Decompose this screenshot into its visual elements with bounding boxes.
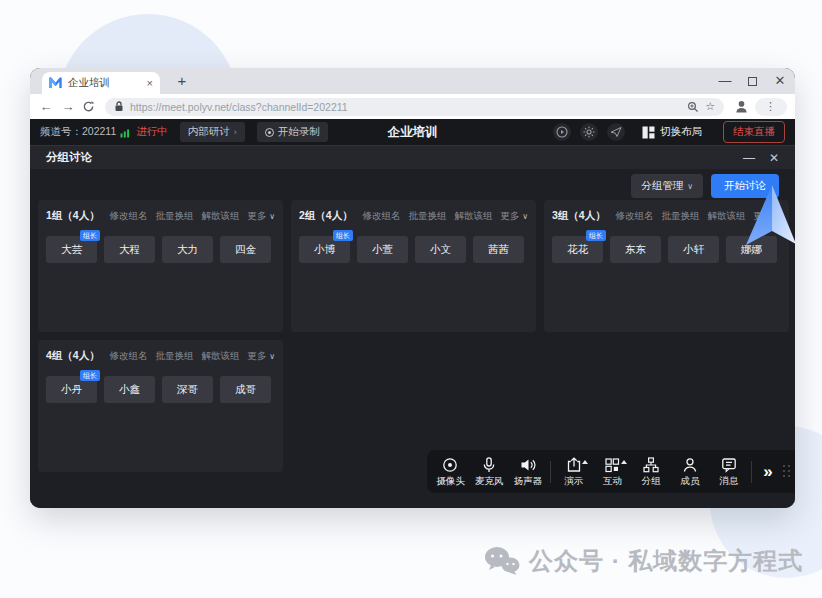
present-button[interactable]: 演示 [554,456,593,488]
batch-move-link[interactable]: 批量换组 [662,210,700,223]
lock-icon [114,101,124,112]
back-icon[interactable]: ← [38,99,54,114]
group-name: 4组（4人） [46,349,100,363]
member-chip[interactable]: 深哥 [162,376,213,403]
bookmark-star-icon[interactable]: ☆ [705,100,715,113]
share-button[interactable] [607,123,625,141]
member-chip[interactable]: 四金 [220,236,271,263]
member-chip[interactable]: 小文 [415,236,466,263]
microphone-icon [480,456,498,474]
speaker-button[interactable]: 扬声器 [509,456,548,488]
dissolve-group-link[interactable]: 解散该组 [202,350,240,363]
chevron-down-icon: ∨ [269,212,275,221]
collapse-toolbar-button[interactable]: » [755,463,781,480]
browser-toolbar: ← → https://meet.polyv.net/class?channel… [30,94,795,119]
batch-move-link[interactable]: 批量换组 [156,350,194,363]
tab-title: 企业培训 [68,76,141,90]
playback-button[interactable] [553,123,571,141]
chevron-down-icon: ∨ [269,352,275,361]
browser-window: 企业培训 × + — ✕ ← → https:// [30,68,795,508]
paper-plane-icon [610,126,622,138]
play-circle-icon [556,126,568,138]
rename-group-link[interactable]: 修改组名 [110,210,148,223]
leader-badge: 组长 [80,230,100,241]
members-icon [681,456,699,474]
profile-avatar-icon[interactable] [734,99,749,114]
dissolve-group-link[interactable]: 解散该组 [202,210,240,223]
group-discussion-panel: 分组管理 ∨ 开始讨论 1组（4人） 修改组名 批量换组 解散该组 更多 ∨ [30,169,795,508]
record-icon [265,128,274,137]
dropdown-up-icon [582,460,588,464]
watermark-text: 公众号 · 私域数字方程式 [529,545,803,577]
member-chip[interactable]: 成哥 [220,376,271,403]
leader-badge: 组长 [586,230,606,241]
switch-layout-label: 切换布局 [660,125,702,139]
forward-icon[interactable]: → [60,99,76,114]
drag-handle-icon[interactable] [783,465,791,478]
member-chip[interactable]: 小鑫 [104,376,155,403]
group-name: 1组（4人） [46,209,100,223]
group-manage-button[interactable]: 分组管理 ∨ [631,174,703,198]
rename-group-link[interactable]: 修改组名 [616,210,654,223]
dissolve-group-link[interactable]: 解散该组 [455,210,493,223]
members-button[interactable]: 成员 [671,456,710,488]
window-maximize-icon[interactable] [748,77,757,86]
browser-menu-button[interactable]: ⋮ [755,98,787,116]
layout-grid-icon [642,126,655,139]
more-link[interactable]: 更多 ∨ [248,210,276,223]
more-link[interactable]: 更多 ∨ [501,210,529,223]
panel-close-icon[interactable]: ✕ [769,151,779,165]
window-minimize-icon[interactable]: — [718,74,732,88]
window-controls: — ✕ [718,68,787,94]
toolbar-divider [751,461,752,483]
camera-button[interactable]: 摄像头 [431,456,470,488]
panel-title: 分组讨论 [46,150,92,165]
speaker-icon [519,456,537,474]
message-button[interactable]: 消息 [709,456,748,488]
browser-tab[interactable]: 企业培训 × [42,72,160,94]
member-chip[interactable]: 小轩 [668,236,719,263]
new-tab-button[interactable]: + [172,71,192,91]
live-status-label: 进行中 [136,125,168,139]
batch-move-link[interactable]: 批量换组 [156,210,194,223]
more-link[interactable]: 更多 ∨ [248,350,276,363]
message-icon [720,456,738,474]
member-chip[interactable]: 小博组长 [299,236,350,263]
grouping-icon [642,456,660,474]
dissolve-group-link[interactable]: 解散该组 [708,210,746,223]
address-bar[interactable]: https://meet.polyv.net/class?channelId=2… [105,98,724,116]
gear-icon [583,126,595,138]
member-chip[interactable]: 花花组长 [552,236,603,263]
member-chip[interactable]: 大程 [104,236,155,263]
member-chip[interactable]: 大芸组长 [46,236,97,263]
batch-move-link[interactable]: 批量换组 [409,210,447,223]
interact-button[interactable]: 互动 [593,456,632,488]
app-top-bar: 频道号：202211 进行中 内部研讨 › 开始录制 企业培训 [30,119,795,145]
member-chip[interactable]: 大力 [162,236,213,263]
tab-strip: 企业培训 × + — ✕ [30,68,795,94]
group-card-2: 2组（4人） 修改组名 批量换组 解散该组 更多 ∨ 小博组长 小萱 小文 茜茜 [291,200,536,332]
member-chip[interactable]: 小萱 [357,236,408,263]
grouping-button[interactable]: 分组 [632,456,671,488]
switch-layout-button[interactable]: 切换布局 [642,125,702,139]
window-close-icon[interactable]: ✕ [773,74,787,88]
channel-number-label: 频道号：202211 [40,125,116,139]
leader-badge: 组长 [80,370,100,381]
reload-icon[interactable] [82,100,95,113]
record-label: 开始录制 [278,125,320,139]
rename-group-link[interactable]: 修改组名 [363,210,401,223]
member-chip[interactable]: 小丹组长 [46,376,97,403]
rename-group-link[interactable]: 修改组名 [110,350,148,363]
member-chip[interactable]: 茜茜 [473,236,524,263]
end-live-button[interactable]: 结束直播 [723,121,785,143]
discussion-mode-button[interactable]: 内部研讨 › [180,122,245,142]
settings-button[interactable] [580,123,598,141]
panel-minimize-icon[interactable]: — [743,151,755,165]
zoom-page-icon[interactable] [687,101,699,113]
tab-close-icon[interactable]: × [147,77,153,89]
microphone-button[interactable]: 麦克风 [470,456,509,488]
mode-label: 内部研讨 [188,125,230,139]
start-record-button[interactable]: 开始录制 [257,122,328,142]
toolbar-divider [550,461,551,483]
member-chip[interactable]: 东东 [610,236,661,263]
